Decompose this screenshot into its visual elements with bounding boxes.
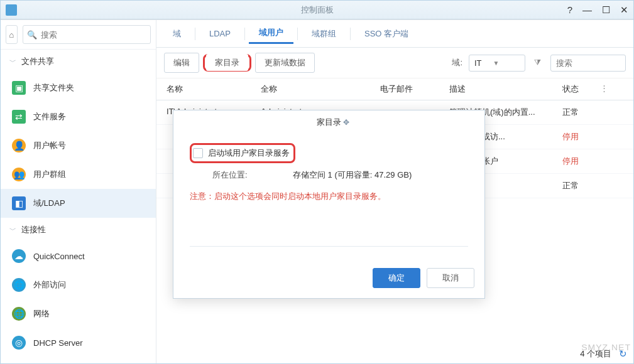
domain-label: 域:: [452, 57, 462, 68]
domain-select-value: IT: [474, 58, 482, 68]
help-icon[interactable]: ?: [567, 4, 572, 15]
home-dir-dialog: 家目录 ✥ 启动域用户家目录服务 所在位置: 存储空间 1 (可用容量: 47.…: [173, 110, 485, 299]
ldap-icon: ◧: [12, 196, 26, 210]
refresh-domain-button[interactable]: 更新域数据: [255, 53, 315, 73]
col-desc[interactable]: 描述: [447, 83, 560, 95]
sidebar-item-quickconnect[interactable]: ☁ QuickConnect: [1, 242, 156, 270]
tab-ldap[interactable]: LDAP: [199, 25, 241, 42]
tab-sso[interactable]: SSO 客户端: [354, 24, 418, 43]
ok-button[interactable]: 确定: [373, 268, 420, 288]
cell-status: 正常: [560, 107, 598, 118]
sidebar-search[interactable]: 🔍: [23, 25, 151, 44]
col-more-icon[interactable]: ⋮: [598, 83, 610, 95]
window-title: 控制面板: [301, 4, 334, 16]
file-service-icon: ⇄: [12, 110, 26, 124]
sidebar-item-external-access[interactable]: 🌐 外部访问: [1, 270, 156, 299]
col-status[interactable]: 状态: [560, 83, 598, 95]
cancel-button[interactable]: 取消: [427, 268, 474, 288]
highlight-home-dir: 家目录: [203, 54, 251, 72]
minimize-icon[interactable]: —: [582, 4, 592, 15]
table-header: 名称 全称 电子邮件 描述 状态 ⋮: [156, 78, 633, 100]
tab-domain-users[interactable]: 域用户: [249, 23, 293, 44]
move-icon: ✥: [343, 118, 349, 127]
maximize-icon[interactable]: ☐: [602, 4, 610, 16]
chevron-down-icon: ﹀: [9, 57, 16, 67]
close-icon[interactable]: ✕: [620, 4, 628, 16]
tab-bar: 域 LDAP 域用户 域群组 SSO 客户端: [156, 20, 633, 48]
user-icon: 👤: [12, 139, 26, 153]
cell-status: 停用: [560, 156, 598, 167]
sidebar-item-shared-folder[interactable]: ▣ 共享文件夹: [1, 73, 156, 102]
app-icon: [6, 4, 17, 16]
col-full[interactable]: 全称: [258, 83, 378, 95]
tab-domain[interactable]: 域: [163, 24, 191, 43]
sidebar-item-dhcp[interactable]: ◎ DHCP Server: [1, 328, 156, 357]
cloud-icon: ☁: [12, 249, 26, 263]
sidebar-item-domain-ldap[interactable]: ◧ 域/LDAP: [1, 189, 156, 218]
edit-button[interactable]: 编辑: [164, 53, 199, 73]
sidebar-section-fileshare[interactable]: ﹀ 文件共享: [1, 50, 156, 73]
sidebar-item-user-account[interactable]: 👤 用户帐号: [1, 131, 156, 160]
globe-icon: 🌐: [12, 278, 26, 292]
col-email[interactable]: 电子邮件: [378, 83, 447, 95]
domain-select[interactable]: IT ▼: [469, 55, 525, 72]
home-dir-button[interactable]: 家目录: [206, 54, 248, 71]
sidebar-section-connectivity[interactable]: ﹀ 连接性: [1, 218, 156, 242]
location-value: 存储空间 1 (可用容量: 47.29 GB): [293, 169, 412, 181]
sidebar-item-file-service[interactable]: ⇄ 文件服务: [1, 102, 156, 131]
sidebar-search-input[interactable]: [41, 30, 146, 40]
chevron-down-icon: ﹀: [9, 225, 16, 235]
watermark: SMYZ.NET: [581, 342, 631, 351]
sidebar-item-network[interactable]: 🌐 网络: [1, 299, 156, 328]
tab-domain-groups[interactable]: 域群组: [302, 24, 346, 43]
group-icon: 👥: [12, 168, 26, 181]
cell-status: 停用: [560, 131, 598, 142]
enable-home-label: 启动域用户家目录服务: [208, 147, 290, 159]
sidebar: ⌂ 🔍 ﹀ 文件共享 ▣ 共享文件夹 ⇄ 文件服务 👤 用户帐号: [1, 20, 156, 363]
home-button[interactable]: ⌂: [6, 25, 18, 44]
cell-status: 正常: [560, 180, 598, 191]
col-name[interactable]: 名称: [164, 83, 258, 95]
highlight-enable-checkbox: 启动域用户家目录服务: [190, 143, 295, 163]
enable-home-checkbox[interactable]: [193, 148, 203, 158]
dialog-warning: 注意：启动这个选项会同时启动本地用户家目录服务。: [190, 185, 468, 202]
sidebar-item-user-group[interactable]: 👥 用户群组: [1, 160, 156, 189]
filter-icon[interactable]: ⧩: [534, 58, 544, 68]
titlebar: 控制面板 ? — ☐ ✕: [1, 1, 633, 19]
toolbar: 编辑 家目录 更新域数据 域: IT ▼ ⧩: [156, 48, 633, 78]
folder-icon: ▣: [12, 81, 26, 95]
location-label: 所在位置:: [212, 169, 288, 181]
dialog-title[interactable]: 家目录 ✥: [173, 110, 484, 134]
toolbar-search-input[interactable]: [550, 55, 626, 72]
search-icon: 🔍: [27, 30, 37, 40]
dhcp-icon: ◎: [12, 336, 26, 350]
network-icon: 🌐: [12, 307, 26, 321]
chevron-down-icon: ▼: [493, 60, 500, 67]
